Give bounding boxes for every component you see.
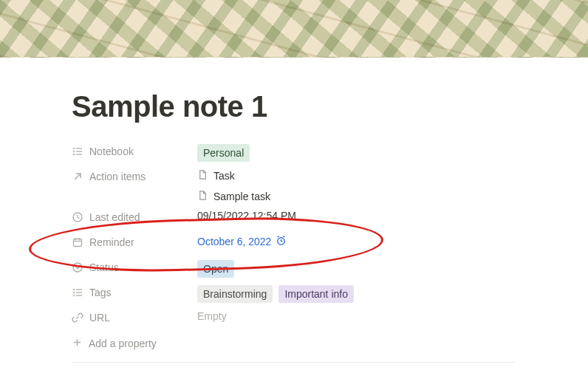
property-key-action-items[interactable]: Action items — [72, 167, 197, 186]
property-value-notebook[interactable]: Personal — [197, 142, 515, 162]
relation-item-sample-task[interactable]: Sample task — [197, 190, 270, 203]
property-row-notebook: Notebook Personal — [72, 140, 515, 165]
list-icon — [72, 146, 83, 157]
chevron-down-circle-icon — [72, 261, 83, 273]
link-icon — [72, 312, 83, 324]
property-value-reminder[interactable]: October 6, 2022 — [197, 233, 515, 248]
reminder-date[interactable]: October 6, 2022 — [197, 235, 287, 248]
property-key-label: Last edited — [89, 211, 140, 223]
svg-point-0 — [73, 148, 75, 149]
svg-point-14 — [73, 292, 75, 293]
clock-icon — [72, 211, 83, 223]
svg-point-1 — [73, 151, 75, 152]
property-key-tags[interactable]: Tags — [72, 283, 197, 302]
property-row-tags: Tags Brainstorming Important info — [72, 281, 515, 306]
tag-brainstorming[interactable]: Brainstorming — [197, 285, 273, 303]
property-key-reminder[interactable]: Reminder — [72, 233, 197, 252]
relation-item-label: Task — [213, 170, 235, 182]
reminder-date-text: October 6, 2022 — [197, 236, 271, 247]
property-key-label: Status — [89, 261, 119, 273]
list-icon — [72, 287, 83, 298]
plus-icon — [72, 337, 83, 350]
calendar-icon — [72, 236, 83, 248]
cover-image[interactable] — [0, 0, 588, 58]
svg-point-15 — [73, 295, 75, 296]
svg-point-13 — [73, 289, 75, 290]
alarm-icon — [276, 235, 287, 248]
property-key-notebook[interactable]: Notebook — [72, 142, 197, 161]
page-title[interactable]: Sample note 1 — [72, 90, 588, 123]
property-key-label: Tags — [89, 287, 112, 298]
page-icon — [197, 190, 208, 203]
svg-point-2 — [73, 154, 75, 155]
property-row-action-items: Action items Task Sample task — [72, 165, 515, 205]
add-property-label: Add a property — [89, 338, 157, 349]
property-row-last-edited: Last edited 09/15/2022 12:54 PM — [72, 205, 515, 230]
property-value-tags[interactable]: Brainstorming Important info — [197, 283, 515, 303]
svg-rect-7 — [74, 239, 82, 247]
page-icon — [197, 169, 208, 182]
property-value-last-edited: 09/15/2022 12:54 PM — [197, 208, 515, 222]
add-property-button[interactable]: Add a property — [72, 331, 515, 356]
property-value-action-items[interactable]: Task Sample task — [197, 167, 515, 203]
divider — [72, 362, 515, 363]
url-empty-placeholder: Empty — [197, 310, 227, 322]
property-key-label: Reminder — [89, 236, 134, 248]
tag-open[interactable]: Open — [197, 260, 234, 278]
property-key-last-edited[interactable]: Last edited — [72, 208, 197, 227]
tag-personal[interactable]: Personal — [197, 144, 250, 162]
property-key-status[interactable]: Status — [72, 258, 197, 277]
property-key-url[interactable]: URL — [72, 308, 197, 327]
relation-item-label: Sample task — [213, 191, 270, 202]
property-value-status[interactable]: Open — [197, 258, 515, 278]
tag-important-info[interactable]: Important info — [278, 285, 354, 303]
properties-table: Notebook Personal Action items Task — [72, 140, 515, 363]
property-row-status: Status Open — [72, 256, 515, 281]
svg-point-12 — [73, 263, 82, 272]
arrow-up-right-icon — [72, 171, 83, 182]
property-key-label: Action items — [89, 171, 146, 182]
property-row-url: URL Empty — [72, 306, 515, 331]
property-key-label: Notebook — [89, 146, 134, 157]
property-row-reminder: Reminder October 6, 2022 — [72, 230, 515, 256]
relation-item-task[interactable]: Task — [197, 169, 235, 182]
property-key-label: URL — [89, 312, 110, 324]
last-edited-value: 09/15/2022 12:54 PM — [197, 210, 296, 222]
property-value-url[interactable]: Empty — [197, 308, 515, 322]
